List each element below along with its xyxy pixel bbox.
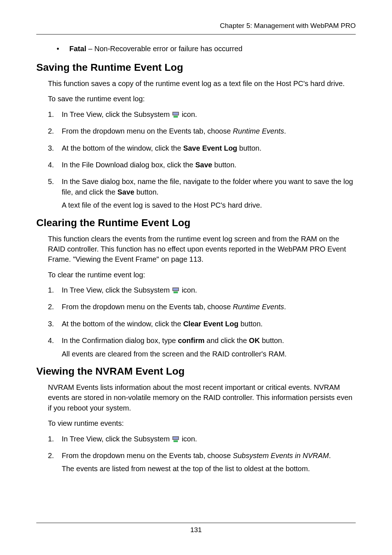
list-item: 3. At the bottom of the window, click th…: [48, 143, 356, 156]
page-footer: 131: [36, 523, 356, 534]
body-text: NVRAM Events lists information about the…: [48, 382, 356, 413]
step-text: In the Confirmation dialog box, type: [62, 336, 178, 344]
svg-rect-2: [173, 116, 178, 118]
step-text: From the dropdown menu on the Events tab…: [62, 452, 233, 460]
list-item: 3. At the bottom of the window, click th…: [48, 319, 356, 332]
step-text: At the bottom of the window, click the: [62, 320, 183, 328]
step-text: button.: [134, 188, 159, 196]
list-item: 5. In the Save dialog box, name the file…: [48, 176, 356, 213]
body-text: To save the runtime event log:: [48, 94, 356, 104]
list-item: 2. From the dropdown menu on the Events …: [48, 302, 356, 315]
svg-rect-7: [173, 437, 178, 439]
svg-rect-4: [173, 288, 178, 290]
step-text: In Tree View, click the Subsystem: [62, 435, 172, 443]
subsystem-icon: [172, 287, 179, 293]
step-text: In Tree View, click the Subsystem: [62, 286, 172, 294]
step-text: At the bottom of the window, click the: [62, 144, 183, 152]
svg-rect-5: [173, 291, 178, 293]
page-header: Chapter 5: Management with WebPAM PRO: [36, 22, 356, 34]
body-text: This function saves a copy of the runtim…: [48, 78, 356, 89]
bold-text: Clear Event Log: [183, 320, 238, 328]
bullet-desc: – Non-Recoverable error or failure has o…: [86, 45, 242, 53]
step-text: icon.: [180, 110, 197, 118]
bold-text: Save: [195, 161, 212, 169]
step-text: button.: [212, 161, 237, 169]
page-number: 131: [190, 526, 202, 534]
bullet-term: Fatal: [69, 45, 86, 53]
bold-text: OK: [249, 336, 260, 344]
italic-text: Subsystem Events in NVRAM: [233, 452, 329, 460]
bold-text: Save: [117, 188, 134, 196]
list-item: 1. In Tree View, click the Subsystem ico…: [48, 434, 356, 447]
step-text: All events are cleared from the screen a…: [62, 349, 356, 359]
section-heading-saving: Saving the Runtime Event Log: [36, 62, 356, 73]
bullet-dot: •: [57, 45, 59, 53]
body-text: This function clears the events from the…: [48, 234, 356, 265]
step-text: .: [284, 303, 286, 311]
step-text: button.: [260, 336, 284, 344]
list-item: 4. In the File Download dialog box, clic…: [48, 160, 356, 173]
step-text: A text file of the event log is saved to…: [62, 200, 356, 210]
bold-text: confirm: [178, 336, 204, 344]
step-text: and click the: [205, 336, 249, 344]
svg-rect-1: [173, 113, 178, 115]
svg-rect-8: [173, 440, 178, 442]
list-item: 2. From the dropdown menu on the Events …: [48, 126, 356, 139]
step-text: From the dropdown menu on the Events tab…: [62, 303, 233, 311]
body-text: To view runtime events:: [48, 418, 356, 428]
bold-text: Save Event Log: [183, 144, 237, 152]
body-text: To clear the runtime event log:: [48, 270, 356, 280]
section-heading-viewing-nvram: Viewing the NVRAM Event Log: [36, 366, 356, 377]
step-text: button.: [238, 320, 263, 328]
subsystem-icon: [172, 436, 179, 442]
step-text: icon.: [180, 435, 197, 443]
bullet-item: • Fatal – Non-Recoverable error or failu…: [36, 45, 356, 53]
italic-text: Runtime Events: [233, 303, 284, 311]
step-text: From the dropdown menu on the Events tab…: [62, 127, 233, 135]
list-item: 1. In Tree View, click the Subsystem ico…: [48, 109, 356, 122]
step-text: The events are listed from newest at the…: [62, 464, 356, 474]
step-text: In the Save dialog box, name the file, n…: [62, 177, 353, 196]
list-item: 1. In Tree View, click the Subsystem ico…: [48, 285, 356, 298]
step-text: .: [329, 452, 331, 460]
section-heading-clearing: Clearing the Runtime Event Log: [36, 217, 356, 229]
step-text: button.: [237, 144, 262, 152]
step-text: icon.: [180, 286, 197, 294]
list-item: 2. From the dropdown menu on the Events …: [48, 450, 356, 477]
list-item: 4. In the Confirmation dialog box, type …: [48, 335, 356, 362]
subsystem-icon: [172, 112, 179, 118]
step-text: .: [284, 127, 286, 135]
step-text: In the File Download dialog box, click t…: [62, 161, 195, 169]
step-text: In Tree View, click the Subsystem: [62, 110, 172, 118]
italic-text: Runtime Events: [233, 127, 284, 135]
